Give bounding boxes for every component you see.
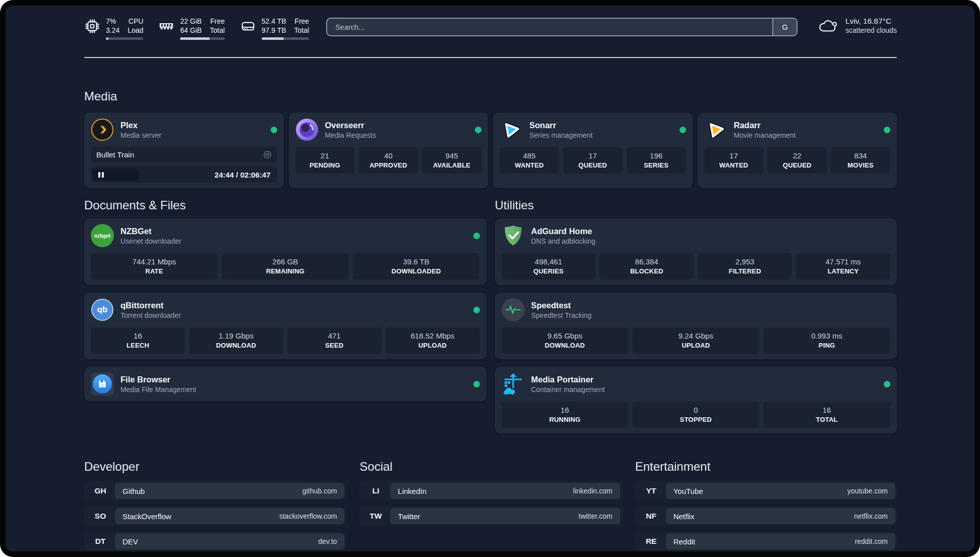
link-netflix[interactable]: NF Netflix netflix.com	[635, 507, 897, 526]
status-dot	[680, 127, 686, 133]
stat-value: 2,953	[700, 257, 790, 266]
app-subtitle: Speedtest Tracking	[531, 311, 592, 319]
cpu-labels: CPU Load	[128, 17, 143, 35]
card-portainer[interactable]: Media Portainer Container management 16 …	[495, 367, 897, 433]
cpu-percent: 7%	[106, 17, 119, 26]
sonarr-icon	[500, 118, 523, 141]
weather-widget[interactable]: Lviv, 16.87°C scattered clouds	[818, 17, 897, 34]
card-plex[interactable]: Plex Media server Bullet Train 24:44 / 0…	[84, 113, 284, 188]
card-nzbget[interactable]: nzbget NZBGet Usenet downloader 744.21 M…	[84, 218, 486, 285]
link-body: LinkedIn linkedin.com	[390, 483, 620, 499]
system-stats: 7% 3.24 CPU Load	[84, 17, 309, 40]
stat-movies: 834 MOVIES	[831, 147, 890, 174]
stat-wanted: 485 WANTED	[500, 147, 559, 174]
link-linkedin[interactable]: LI LinkedIn linkedin.com	[359, 481, 621, 500]
stat-queries: 498,461 QUERIES	[502, 253, 596, 280]
app-subtitle: Torrent downloader	[120, 311, 181, 319]
stat-value: 16	[765, 406, 888, 414]
link-twitter[interactable]: TW Twitter twitter.com	[359, 507, 621, 526]
link-dev[interactable]: DT DEV dev.to	[84, 532, 346, 551]
disk-total: 97.9 TB	[262, 26, 286, 35]
card-speedtest[interactable]: Speedtest Speedtest Tracking 9.65 Gbps D…	[495, 293, 897, 359]
stat-value: 17	[565, 151, 621, 160]
app-title: Sonarr	[529, 121, 592, 130]
link-abbr: GH	[86, 483, 115, 499]
section-title-entertainment: Entertainment	[635, 460, 897, 474]
disk-icon	[240, 18, 256, 34]
stat-label: TOTAL	[765, 416, 888, 423]
disk-label-top: Free	[294, 17, 310, 26]
stat-label: LATENCY	[798, 267, 888, 275]
memory-progress	[180, 37, 224, 40]
stat-label: REMAINING	[224, 267, 347, 275]
stat-label: UPLOAD	[388, 342, 478, 349]
link-name: LinkedIn	[398, 487, 426, 495]
app-subtitle: Usenet downloader	[120, 237, 181, 245]
stat-available: 945 AVAILABLE	[422, 147, 481, 174]
stat-label: QUERIES	[504, 267, 594, 275]
link-name: DEV	[122, 537, 138, 546]
stat-series: 196 SERIES	[627, 147, 686, 174]
developer-column: Developer GH Github github.com SO StackO…	[84, 460, 346, 551]
section-title-media: Media	[84, 89, 897, 103]
link-youtube[interactable]: YT YouTube youtube.com	[635, 481, 897, 500]
memory-label-top: Free	[210, 17, 225, 26]
stat-latency: 47.571 ms LATENCY	[796, 253, 890, 280]
dashboard-page: 7% 3.24 CPU Load	[6, 6, 974, 551]
card-qbittorrent[interactable]: qb qBittorrent Torrent downloader 16 LEE…	[84, 293, 486, 359]
stat-running: 16 RUNNING	[502, 402, 629, 428]
link-url: dev.to	[318, 537, 337, 545]
stat-value: 86,384	[601, 257, 692, 266]
stat-label: RATE	[93, 267, 216, 275]
session-icon	[263, 150, 272, 159]
stat-download: 9.65 Gbps DOWNLOAD	[502, 327, 629, 354]
card-filebrowser[interactable]: File Browser Media File Management	[84, 367, 486, 401]
link-stackoverflow[interactable]: SO StackOverflow stackoverflow.com	[84, 507, 346, 526]
cpu-label-top: CPU	[128, 17, 143, 26]
stat-blocked: 86,384 BLOCKED	[599, 253, 694, 280]
cloud-icon	[818, 18, 839, 33]
stat-label: PING	[765, 342, 888, 349]
card-sonarr[interactable]: Sonarr Series management 485 WANTED 17 Q…	[493, 113, 693, 188]
card-overseerr[interactable]: Overseerr Media Requests 21 PENDING 40 A…	[289, 113, 488, 188]
link-body: YouTube youtube.com	[666, 483, 895, 499]
plex-icon	[91, 118, 114, 141]
stat-value: 16	[93, 331, 183, 340]
app-title: Speedtest	[531, 301, 592, 310]
social-column: Social LI LinkedIn linkedin.com TW Twitt…	[359, 460, 621, 551]
stat-value: 834	[833, 151, 888, 160]
playback-time: 24:44 / 02:06:47	[215, 171, 275, 179]
memory-stat: 22 GiB 64 GiB Free Total	[158, 17, 224, 40]
link-body: StackOverflow stackoverflow.com	[115, 508, 344, 524]
cpu-label-bottom: Load	[128, 26, 143, 35]
stat-label: SERIES	[629, 161, 684, 169]
link-abbr: TW	[361, 508, 390, 524]
stat-download: 1.19 Gbps DOWNLOAD	[189, 327, 283, 354]
link-reddit[interactable]: RE Reddit reddit.com	[635, 532, 897, 551]
link-body: Twitter twitter.com	[390, 508, 620, 524]
stat-value: 22	[769, 151, 825, 160]
stat-label: RUNNING	[504, 416, 627, 423]
stat-remaining: 266 GB REMAINING	[222, 253, 349, 280]
stat-label: PENDING	[297, 161, 353, 169]
link-url: twitter.com	[579, 512, 612, 520]
card-adguard[interactable]: AdGuard Home DNS and adblocking 498,461 …	[495, 218, 897, 285]
entertainment-column: Entertainment YT YouTube youtube.com NF …	[635, 460, 897, 551]
card-radarr[interactable]: Radarr Movie management 17 WANTED 22 QUE…	[698, 113, 897, 188]
link-abbr: RE	[637, 533, 666, 549]
link-abbr: LI	[361, 483, 390, 499]
pause-button[interactable]	[93, 169, 139, 181]
link-abbr: SO	[86, 508, 115, 524]
search-input[interactable]	[327, 19, 772, 35]
link-name: YouTube	[673, 487, 703, 495]
link-github[interactable]: GH Github github.com	[84, 481, 346, 500]
status-dot	[473, 307, 480, 313]
stat-stopped: 0 STOPPED	[632, 402, 759, 428]
qbittorrent-icon: qb	[91, 298, 114, 321]
weather-condition: scattered clouds	[845, 26, 897, 34]
search-engine-button[interactable]: G	[772, 19, 797, 35]
qbittorrent-badge-text: qb	[97, 305, 108, 315]
link-url: github.com	[302, 487, 337, 495]
stat-upload: 9.24 Gbps UPLOAD	[632, 327, 759, 354]
stat-value: 498,461	[504, 257, 594, 266]
